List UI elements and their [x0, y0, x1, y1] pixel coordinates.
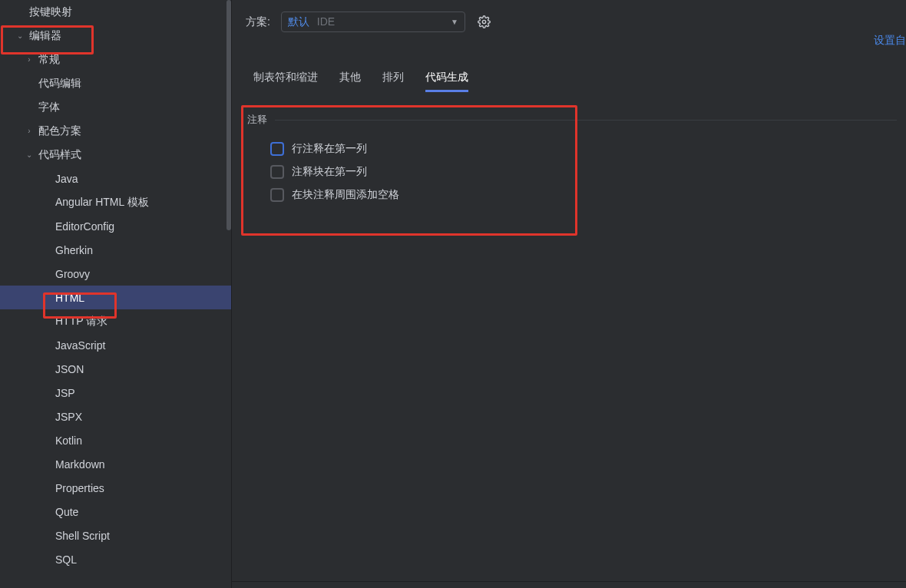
divider: [275, 120, 897, 121]
sidebar-item-0[interactable]: 按键映射: [0, 0, 231, 24]
sidebar-item-label: Shell Script: [55, 530, 110, 542]
sidebar-item-8[interactable]: Angular HTML 模板: [0, 190, 231, 214]
chevron-right-icon: ›: [23, 55, 35, 64]
sidebar-item-3[interactable]: 代码编辑: [0, 71, 231, 95]
main-panel: 方案: 默认 IDE ▼ 设置自 制表符和缩进其他排列代码生成 注释 行注释在第…: [232, 0, 906, 588]
chevron-down-icon: ⌄: [14, 31, 26, 40]
sidebar-item-1[interactable]: ⌄编辑器: [0, 24, 231, 48]
sidebar-item-5[interactable]: ›配色方案: [0, 119, 231, 143]
chevron-down-icon: ⌄: [23, 150, 35, 159]
tab-2[interactable]: 排列: [382, 66, 404, 91]
sidebar-item-22[interactable]: Shell Script: [0, 524, 231, 547]
sidebar-item-10[interactable]: Gherkin: [0, 238, 231, 262]
scheme-trail: IDE: [317, 15, 335, 28]
sidebar-item-label: 按键映射: [29, 5, 72, 19]
scrollbar-thumb[interactable]: [226, 0, 231, 230]
sidebar-item-label: Qute: [55, 506, 78, 518]
tab-0[interactable]: 制表符和缩进: [253, 66, 318, 91]
scheme-dropdown[interactable]: 默认 IDE ▼: [281, 12, 465, 32]
sidebar-item-4[interactable]: 字体: [0, 95, 231, 119]
sidebar-item-19[interactable]: Markdown: [0, 452, 231, 476]
chevron-none: [14, 8, 26, 16]
sidebar-item-17[interactable]: JSPX: [0, 405, 231, 428]
checkbox-label: 行注释在第一列: [292, 142, 367, 156]
comments-fieldset: 注释 行注释在第一列注释块在第一列在块注释周围添加空格: [241, 110, 906, 219]
checkbox-row-0[interactable]: 行注释在第一列: [247, 137, 897, 160]
sidebar-item-15[interactable]: JSON: [0, 357, 231, 381]
chevron-right-icon: ›: [23, 127, 35, 135]
sidebar-item-12[interactable]: HTML: [0, 286, 231, 309]
sidebar-item-13[interactable]: HTTP 请求: [0, 309, 231, 333]
sidebar-item-14[interactable]: JavaScript: [0, 333, 231, 357]
checkbox-label: 在块注释周围添加空格: [292, 188, 399, 202]
sidebar-item-label: 配色方案: [38, 124, 81, 138]
svg-point-0: [483, 20, 486, 23]
sidebar-item-label: JavaScript: [55, 339, 105, 352]
fieldset-legend: 注释: [247, 113, 267, 127]
sidebar-item-label: JSON: [55, 363, 84, 375]
sidebar-item-16[interactable]: JSP: [0, 381, 231, 405]
tab-1[interactable]: 其他: [339, 66, 361, 91]
sidebar-item-label: JSP: [55, 387, 75, 399]
sidebar-item-9[interactable]: EditorConfig: [0, 214, 231, 238]
sidebar-item-18[interactable]: Kotlin: [0, 428, 231, 452]
sidebar-item-label: HTTP 请求: [55, 315, 107, 329]
sidebar-item-label: 常规: [38, 53, 60, 67]
sidebar-item-label: Kotlin: [55, 434, 82, 447]
sidebar-item-label: EditorConfig: [55, 220, 114, 233]
sidebar-item-2[interactable]: ›常规: [0, 48, 231, 71]
checkbox-row-1[interactable]: 注释块在第一列: [247, 160, 897, 183]
sidebar-item-label: HTML: [55, 292, 84, 304]
checkbox[interactable]: [270, 188, 284, 202]
tab-3[interactable]: 代码生成: [425, 66, 468, 91]
sidebar-item-23[interactable]: SQL: [0, 547, 231, 571]
sidebar-item-label: Groovy: [55, 268, 90, 280]
scheme-label: 方案:: [246, 15, 270, 29]
tabs: 制表符和缩进其他排列代码生成: [232, 66, 906, 91]
sidebar-item-21[interactable]: Qute: [0, 500, 231, 524]
sidebar-item-20[interactable]: Properties: [0, 476, 231, 500]
bottom-bar: [232, 581, 906, 588]
sidebar-item-label: 编辑器: [29, 29, 61, 43]
sidebar-item-label: Gherkin: [55, 244, 93, 256]
scheme-value: 默认: [288, 15, 309, 28]
sidebar-item-label: JSPX: [55, 411, 82, 423]
sidebar-item-6[interactable]: ⌄代码样式: [0, 143, 231, 167]
chevron-none: [23, 103, 35, 111]
checkbox[interactable]: [270, 142, 284, 156]
sidebar: 按键映射⌄编辑器›常规 代码编辑 字体›配色方案⌄代码样式JavaAngular…: [0, 0, 232, 588]
sidebar-item-label: Angular HTML 模板: [55, 196, 149, 210]
sidebar-item-label: 代码样式: [38, 148, 81, 162]
checkbox[interactable]: [270, 165, 284, 179]
sidebar-item-label: Java: [55, 173, 78, 185]
sidebar-item-7[interactable]: Java: [0, 167, 231, 190]
sidebar-item-label: SQL: [55, 553, 77, 566]
sidebar-item-label: Properties: [55, 482, 104, 494]
sidebar-scrollbar[interactable]: [226, 0, 231, 588]
checkbox-row-2[interactable]: 在块注释周围添加空格: [247, 183, 897, 206]
checkbox-label: 注释块在第一列: [292, 165, 367, 179]
sidebar-item-label: Markdown: [55, 458, 105, 471]
gear-icon[interactable]: [476, 14, 493, 31]
settings-link[interactable]: 设置自: [874, 34, 906, 48]
sidebar-item-11[interactable]: Groovy: [0, 262, 231, 286]
sidebar-item-label: 代码编辑: [38, 77, 81, 91]
chevron-down-icon: ▼: [451, 18, 458, 26]
sidebar-item-label: 字体: [38, 101, 60, 114]
chevron-none: [23, 79, 35, 88]
